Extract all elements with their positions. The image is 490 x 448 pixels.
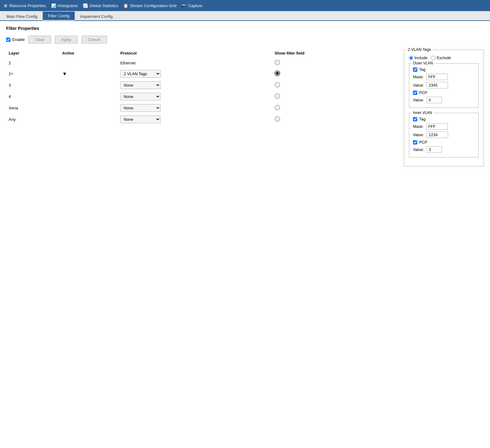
tab-main-flow-config[interactable]: Main Flow Config (1, 12, 43, 21)
right-section: 2 VLAN Tags Include Exclude Outer VLAN (391, 50, 484, 166)
outer-vlan-tag-label[interactable]: Tag (413, 67, 475, 72)
outer-vlan-title: Outer VLAN (412, 61, 434, 65)
inner-vlan-mask-row: Mask: (413, 123, 475, 130)
apply-button[interactable]: Apply (55, 36, 78, 43)
protocol-cell[interactable]: None (118, 102, 272, 114)
top-toolbar: 🖥 Resource Properties 📊 Histograms 📈 Glo… (0, 0, 490, 11)
col-header-show-filter: Show filter field (272, 50, 391, 58)
toolbar-global-statistics[interactable]: 📈 Global Statistics (83, 3, 118, 8)
left-section: Layer Active Protocol Show filter field … (6, 50, 391, 130)
toolbar-stream-config-grid-label: Stream Configuration Grid (130, 3, 176, 8)
show-filter-radio[interactable] (275, 105, 280, 110)
layer-cell: Xena (6, 102, 60, 114)
protocol-select-3[interactable]: None (120, 81, 161, 89)
tab-filter-config[interactable]: Filter Config (43, 11, 75, 21)
cancel-button[interactable]: Cancel (81, 36, 107, 43)
outer-vlan-mask-input[interactable] (426, 74, 448, 80)
filter-toolbar: Enable Clear Apply Cancel (6, 36, 484, 43)
show-filter-cell (272, 102, 391, 114)
include-label: Include (414, 55, 427, 60)
outer-vlan-mask-label: Mask: (413, 75, 424, 79)
toolbar-stream-config-grid[interactable]: 📋 Stream Configuration Grid (123, 3, 176, 8)
show-filter-cell (272, 114, 391, 125)
resource-properties-icon: 🖥 (2, 3, 8, 8)
active-cell (60, 91, 118, 102)
outer-vlan-value-label: Value: (413, 83, 424, 88)
inner-vlan-pcp-value-label: Value: (413, 147, 424, 152)
show-filter-radio[interactable] (275, 82, 280, 88)
outer-vlan-mask-row: Mask: (413, 74, 475, 80)
field-filter-outer-groupbox: 2 VLAN Tags Include Exclude Outer VLAN (404, 50, 484, 166)
inner-vlan-value-row: Value: (413, 132, 475, 138)
toolbar-resource-properties[interactable]: 🖥 Resource Properties (2, 3, 46, 8)
inner-vlan-tag-text: Tag (419, 117, 426, 121)
protocol-cell[interactable]: None (118, 79, 272, 91)
show-filter-cell (272, 58, 391, 68)
layer-cell: 2 (6, 58, 60, 68)
show-filter-cell (272, 91, 391, 102)
enable-checkbox-label[interactable]: Enable (6, 37, 25, 42)
active-cell (60, 102, 118, 114)
toolbar-capture[interactable]: 📷 Capture (181, 3, 202, 8)
show-filter-radio[interactable] (275, 93, 280, 99)
include-radio[interactable] (409, 56, 413, 60)
outer-vlan-tag-checkbox[interactable] (413, 67, 417, 72)
show-filter-radio-selected[interactable] (275, 71, 280, 76)
inner-vlan-tag-label[interactable]: Tag (413, 117, 475, 121)
inner-vlan-pcp-text: PCP (419, 140, 427, 145)
tab-impairment-config[interactable]: Impairment Config (75, 12, 118, 21)
outer-vlan-pcp-value-input[interactable] (427, 97, 442, 103)
layer-cell: Any (6, 114, 60, 125)
protocol-cell[interactable]: None (118, 114, 272, 125)
active-cell (60, 79, 118, 91)
protocol-select-2plus[interactable]: 2 VLAN Tags Ethernet None (120, 70, 161, 78)
col-header-protocol: Protocol (118, 50, 272, 58)
inner-vlan-tag-checkbox[interactable] (413, 117, 417, 121)
capture-icon: 📷 (181, 3, 187, 8)
protocol-select-4[interactable]: None (120, 93, 161, 100)
clear-button[interactable]: Clear (28, 36, 51, 43)
inner-vlan-mask-label: Mask: (413, 124, 424, 129)
inner-vlan-pcp-label[interactable]: PCP (413, 140, 475, 145)
inner-vlan-value-input[interactable] (427, 132, 448, 138)
inner-vlan-value-label: Value: (413, 132, 424, 137)
outer-groupbox-title: 2 VLAN Tags (406, 47, 432, 52)
inner-vlan-mask-input[interactable] (426, 123, 448, 130)
inner-vlan-title: Inner VLAN (412, 111, 433, 115)
protocol-select-any[interactable]: None (120, 116, 161, 123)
section-title: Filter Properties (6, 26, 484, 31)
col-header-layer: Layer (6, 50, 60, 58)
active-cell: ▼ (60, 68, 118, 79)
outer-vlan-pcp-checkbox[interactable] (413, 91, 417, 95)
include-exclude-row: Include Exclude (409, 55, 479, 60)
enable-checkbox[interactable] (6, 38, 10, 42)
inner-vlan-pcp-checkbox[interactable] (413, 140, 417, 145)
outer-vlan-tag-text: Tag (419, 67, 426, 72)
active-funnel-icon: ▼ (62, 71, 67, 76)
layer-cell: 3 (6, 79, 60, 91)
protocol-cell[interactable]: None (118, 91, 272, 102)
filter-table: Layer Active Protocol Show filter field … (6, 50, 391, 125)
show-filter-radio[interactable] (275, 60, 280, 65)
toolbar-histograms[interactable]: 📊 Histograms (51, 3, 78, 8)
include-radio-label[interactable]: Include (409, 55, 427, 60)
tab-bar: Main Flow Config Filter Config Impairmen… (0, 11, 490, 21)
show-filter-cell (272, 79, 391, 91)
inner-vlan-group: Inner VLAN Tag Mask: Value: (409, 113, 479, 157)
toolbar-resource-properties-label: Resource Properties (9, 3, 46, 8)
show-filter-radio[interactable] (275, 116, 280, 122)
exclude-label: Exclude (437, 55, 451, 60)
exclude-radio-label[interactable]: Exclude (431, 55, 451, 60)
global-statistics-icon: 📈 (83, 3, 88, 8)
outer-vlan-pcp-text: PCP (419, 90, 427, 95)
inner-vlan-pcp-value-input[interactable] (427, 146, 442, 153)
outer-vlan-value-row: Value: (413, 82, 475, 88)
protocol-select-xena[interactable]: None (120, 104, 161, 112)
outer-vlan-pcp-label[interactable]: PCP (413, 90, 475, 95)
active-cell (60, 114, 118, 125)
active-cell (60, 58, 118, 68)
toolbar-histograms-label: Histograms (58, 3, 78, 8)
outer-vlan-value-input[interactable] (427, 82, 448, 88)
exclude-radio[interactable] (431, 56, 435, 60)
protocol-cell[interactable]: 2 VLAN Tags Ethernet None (118, 68, 272, 79)
